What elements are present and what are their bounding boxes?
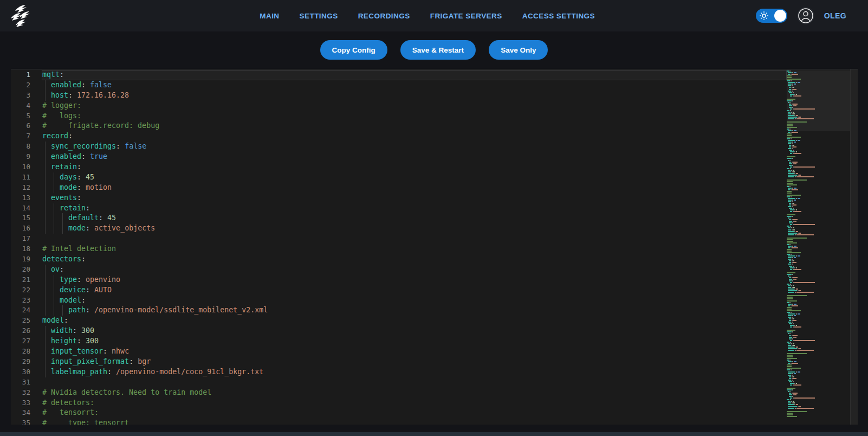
code-line[interactable]: 29 input_pixel_format: bgr: [11, 357, 858, 367]
code-line[interactable]: 27 height: 300: [11, 336, 858, 347]
save-restart-button[interactable]: Save & Restart: [400, 40, 476, 60]
code-line[interactable]: 30 labelmap_path: /openvino-model/coco_9…: [11, 367, 858, 377]
minimap-line: [787, 137, 850, 138]
code-line[interactable]: 35# type: tensorrt: [11, 418, 858, 425]
nav-item-recordings[interactable]: RECORDINGS: [358, 12, 410, 20]
minimap-line: [787, 328, 850, 329]
minimap-line: [787, 267, 850, 268]
code-line[interactable]: 23 model:: [11, 296, 858, 306]
line-number: 15: [11, 213, 30, 223]
minimap-line: [787, 389, 850, 390]
code-line[interactable]: 34# tensorrt:: [11, 408, 858, 418]
minimap-line: [787, 176, 850, 177]
minimap-line: [787, 358, 850, 359]
code-line[interactable]: 22 device: AUTO: [11, 285, 858, 296]
minimap-line: [787, 338, 850, 339]
code-line[interactable]: 13 events:: [11, 193, 858, 203]
code-line[interactable]: 20 ov:: [11, 265, 858, 275]
code-line[interactable]: 8 sync_recordings: false: [11, 142, 858, 152]
code-line[interactable]: 25model:: [11, 316, 858, 326]
minimap-line: [787, 236, 850, 237]
nav-item-settings[interactable]: SETTINGS: [300, 12, 338, 20]
code-line[interactable]: 19detectors:: [11, 254, 858, 265]
minimap-line: [787, 397, 850, 399]
editor-minimap[interactable]: [787, 70, 850, 425]
minimap-line: [787, 204, 850, 206]
user-avatar-icon[interactable]: [797, 7, 814, 24]
nav-item-main[interactable]: MAIN: [260, 12, 279, 20]
code-line[interactable]: 5# logs:: [11, 111, 858, 121]
minimap-line: [787, 170, 850, 171]
code-line[interactable]: 32# Nvidia detectors. Need to train mode…: [11, 388, 858, 398]
minimap-line: [787, 155, 850, 156]
main-navigation: MAIN SETTINGS RECORDINGS FRIGATE SERVERS…: [260, 0, 595, 31]
minimap-line: [787, 163, 850, 164]
minimap-line: [787, 226, 850, 227]
minimap-line: [787, 246, 850, 247]
code-line[interactable]: 3 host: 172.16.16.28: [11, 91, 858, 101]
minimap-line: [787, 375, 850, 376]
config-code-editor[interactable]: 1mqtt:2 enabled: false3 host: 172.16.16.…: [11, 69, 858, 425]
code-line[interactable]: 12 mode: motion: [11, 183, 858, 193]
minimap-line: [787, 383, 850, 384]
minimap-line: [787, 404, 850, 405]
line-number: 6: [11, 121, 30, 131]
theme-toggle[interactable]: [756, 9, 787, 23]
code-line[interactable]: 11 days: 45: [11, 172, 858, 183]
minimap-line: [787, 307, 850, 308]
code-line[interactable]: 16 mode: active_objects: [11, 223, 858, 234]
minimap-line: [787, 304, 850, 305]
minimap-line: [787, 298, 850, 299]
minimap-line: [787, 153, 850, 154]
code-line[interactable]: 17: [11, 234, 858, 244]
save-only-button[interactable]: Save Only: [489, 40, 548, 60]
minimap-line: [787, 355, 850, 356]
username-label[interactable]: OLEG: [824, 11, 846, 20]
minimap-line: [787, 201, 850, 202]
minimap-line: [787, 198, 850, 199]
line-number: 18: [11, 244, 30, 254]
minimap-line: [787, 257, 850, 258]
code-line[interactable]: 9 enabled: true: [11, 152, 858, 162]
code-line[interactable]: 2 enabled: false: [11, 80, 858, 91]
minimap-line: [787, 322, 850, 323]
code-line[interactable]: 28 input_tensor: nhwc: [11, 347, 858, 357]
code-line[interactable]: 14 retain:: [11, 203, 858, 214]
code-line[interactable]: 10 retain:: [11, 162, 858, 172]
code-line[interactable]: 18# Intel detection: [11, 244, 858, 254]
minimap-line: [787, 384, 850, 386]
nav-item-frigate-servers[interactable]: FRIGATE SERVERS: [430, 12, 502, 20]
code-line[interactable]: 26 width: 300: [11, 326, 858, 336]
minimap-line: [787, 234, 850, 235]
code-line[interactable]: 7record:: [11, 131, 858, 142]
copy-config-button[interactable]: Copy Config: [320, 40, 387, 60]
editor-vertical-scrollbar[interactable]: [850, 69, 858, 425]
minimap-line: [787, 411, 850, 412]
code-line[interactable]: 4# logger:: [11, 101, 858, 111]
minimap-line: [787, 342, 850, 343]
code-line[interactable]: 15 default: 45: [11, 213, 858, 223]
nav-item-access-settings[interactable]: ACCESS SETTINGS: [522, 12, 595, 20]
code-line[interactable]: 1mqtt:: [11, 70, 858, 80]
code-line[interactable]: 6# frigate.record: debug: [11, 121, 858, 131]
minimap-line: [787, 295, 850, 296]
minimap-line: [787, 320, 850, 321]
line-number: 11: [11, 172, 30, 183]
code-line[interactable]: 31: [11, 377, 858, 388]
line-number: 21: [11, 275, 30, 285]
minimap-line: [787, 353, 850, 354]
minimap-line: [787, 247, 850, 248]
code-line[interactable]: 21 type: openvino: [11, 275, 858, 285]
line-number: 24: [11, 305, 30, 316]
minimap-line: [787, 350, 850, 351]
minimap-line: [787, 290, 850, 291]
line-number: 35: [11, 418, 30, 425]
minimap-line: [787, 368, 850, 369]
code-line[interactable]: 33# detectors:: [11, 398, 858, 408]
code-line[interactable]: 24 path: /openvino-model/ssdlite_mobilen…: [11, 305, 858, 316]
minimap-line: [787, 282, 850, 283]
toggle-knob: [774, 10, 786, 22]
frigate-logo-icon[interactable]: [8, 3, 31, 28]
page-horizontal-scrollbar[interactable]: [0, 432, 868, 436]
minimap-line: [787, 409, 850, 411]
